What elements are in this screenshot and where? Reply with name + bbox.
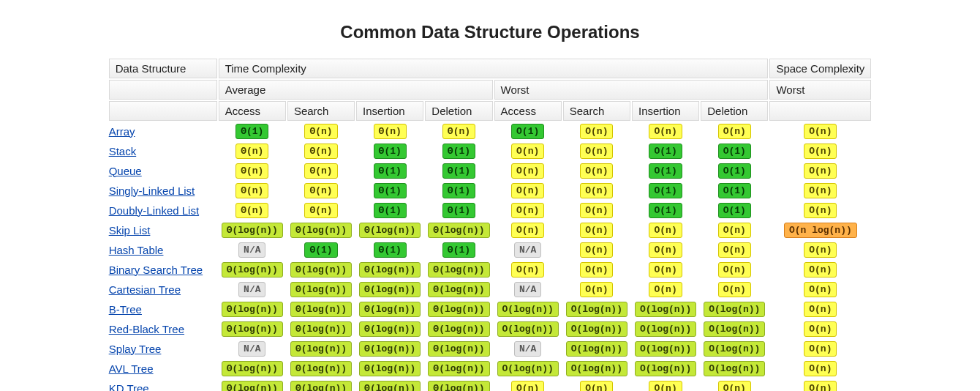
data-structure-cell: KD Tree (109, 379, 217, 391)
complexity-cell: O(1) (632, 201, 699, 220)
data-structure-link[interactable]: Singly-Linked List (109, 185, 195, 197)
complexity-value: O(n) (511, 223, 544, 238)
complexity-value: Θ(1) (442, 183, 475, 198)
complexity-value: O(n) (580, 381, 613, 391)
complexity-cell: Θ(log(n)) (287, 340, 355, 358)
data-structure-link[interactable]: KD Tree (109, 382, 149, 392)
complexity-cell: O(log(n)) (701, 300, 768, 319)
complexity-value: O(log(n)) (635, 361, 696, 376)
complexity-value: O(n) (580, 144, 613, 159)
header-worst: Worst (494, 80, 769, 100)
complexity-cell: O(1) (632, 142, 699, 160)
complexity-cell: O(log(n)) (632, 300, 699, 319)
table-row: B-TreeΘ(log(n))Θ(log(n))Θ(log(n))Θ(log(n… (109, 300, 872, 319)
complexity-value: N/A (514, 282, 541, 297)
table-row: StackΘ(n)Θ(n)Θ(1)Θ(1)O(n)O(n)O(1)O(1)O(n… (109, 142, 872, 160)
complexity-cell: N/A (494, 280, 562, 299)
complexity-cell: O(1) (701, 142, 768, 160)
complexity-value: O(n) (580, 183, 613, 198)
complexity-value: O(n) (649, 262, 682, 278)
complexity-cell: O(n) (632, 122, 699, 141)
complexity-cell: O(n) (769, 122, 871, 141)
complexity-value: O(1) (649, 183, 682, 198)
complexity-cell: O(1) (701, 182, 768, 200)
complexity-value: O(n) (511, 144, 544, 159)
complexity-value: O(n) (804, 321, 837, 337)
complexity-value: Θ(log(n)) (359, 381, 421, 391)
complexity-value: O(n) (804, 242, 837, 258)
data-structure-cell: Doubly-Linked List (109, 201, 217, 220)
complexity-cell: O(1) (701, 201, 768, 220)
header-spacer (109, 101, 217, 121)
complexity-value: O(n) (718, 282, 751, 297)
table-row: Cartesian TreeN/AΘ(log(n))Θ(log(n))Θ(log… (109, 280, 872, 299)
data-structure-link[interactable]: Cartesian Tree (109, 283, 181, 296)
complexity-cell: O(n) (701, 241, 768, 259)
complexity-value: Θ(log(n)) (359, 361, 421, 376)
data-structure-link[interactable]: Array (109, 125, 135, 138)
complexity-cell: O(n) (701, 221, 768, 239)
complexity-value: O(n) (718, 124, 751, 139)
complexity-cell: O(n) (769, 142, 871, 160)
data-structure-cell: Skip List (109, 221, 217, 239)
complexity-cell: Θ(log(n)) (287, 280, 355, 299)
complexity-cell: Θ(n) (287, 122, 355, 141)
complexity-value: Θ(1) (374, 144, 407, 159)
header-avg-insertion: Insertion (356, 101, 423, 121)
complexity-value: Θ(1) (442, 144, 475, 159)
complexity-value: Θ(1) (374, 242, 407, 258)
complexity-value: Θ(log(n)) (359, 282, 421, 297)
table-row: ArrayΘ(1)Θ(n)Θ(n)Θ(n)O(1)O(n)O(n)O(n)O(n… (109, 122, 872, 141)
complexity-value: Θ(log(n)) (222, 381, 283, 391)
complexity-value: O(n) (580, 282, 613, 297)
data-structure-link[interactable]: Hash Table (109, 244, 164, 256)
complexity-value: Θ(1) (442, 163, 475, 179)
data-structure-link[interactable]: Splay Tree (109, 343, 162, 355)
data-structure-link[interactable]: Stack (109, 145, 137, 157)
complexity-cell: O(n) (494, 182, 562, 200)
complexity-value: Θ(log(n)) (359, 321, 421, 337)
data-structure-link[interactable]: Queue (109, 165, 142, 177)
complexity-cell: Θ(1) (356, 182, 423, 200)
data-structure-link[interactable]: Binary Search Tree (109, 264, 203, 276)
data-structure-link[interactable]: Skip List (109, 224, 151, 237)
data-structure-link[interactable]: AVL Tree (109, 362, 154, 375)
header-avg-search: Search (287, 101, 355, 121)
complexity-cell: O(n) (701, 379, 768, 391)
complexity-cell: Θ(log(n)) (219, 300, 286, 319)
complexity-cell: O(n) (632, 241, 699, 259)
complexity-value: O(log(n)) (497, 302, 559, 317)
header-worst-access: Access (494, 101, 562, 121)
data-structure-link[interactable]: Doubly-Linked List (109, 204, 199, 217)
table-row: KD TreeΘ(log(n))Θ(log(n))Θ(log(n))Θ(log(… (109, 379, 872, 391)
complexity-value: Θ(log(n)) (290, 341, 352, 357)
complexity-cell: O(n) (769, 379, 871, 391)
complexity-cell: O(n) (769, 340, 871, 358)
data-structure-cell: Cartesian Tree (109, 280, 217, 299)
complexity-cell: O(1) (632, 182, 699, 200)
complexity-value: O(n) (649, 124, 682, 139)
complexity-value: Θ(log(n)) (222, 321, 283, 337)
complexity-cell: Θ(log(n)) (287, 320, 355, 338)
header-time-complexity: Time Complexity (219, 59, 769, 78)
complexity-value: O(1) (718, 163, 751, 179)
complexity-value: O(n) (804, 302, 837, 317)
complexity-value: O(n) (511, 163, 544, 179)
data-structure-link[interactable]: Red-Black Tree (109, 323, 184, 335)
complexity-cell: O(n) (494, 261, 562, 279)
data-structure-link[interactable]: B-Tree (109, 303, 142, 316)
complexity-value: O(log(n)) (704, 321, 765, 337)
complexity-cell: O(n) (563, 221, 630, 239)
complexity-value: O(log(n)) (566, 321, 627, 337)
complexity-value: Θ(log(n)) (359, 302, 421, 317)
data-structure-cell: Array (109, 122, 217, 141)
complexity-cell: O(n) (769, 360, 871, 378)
complexity-cell: O(1) (632, 162, 699, 180)
data-structure-cell: Singly-Linked List (109, 182, 217, 200)
complexity-value: Θ(n) (304, 183, 337, 198)
complexity-cell: Θ(log(n)) (425, 379, 492, 391)
table-row: Red-Black TreeΘ(log(n))Θ(log(n))Θ(log(n)… (109, 320, 872, 338)
complexity-value: O(n) (718, 223, 751, 238)
complexity-cell: O(n) (494, 221, 562, 239)
complexity-value: Θ(log(n)) (428, 302, 489, 317)
